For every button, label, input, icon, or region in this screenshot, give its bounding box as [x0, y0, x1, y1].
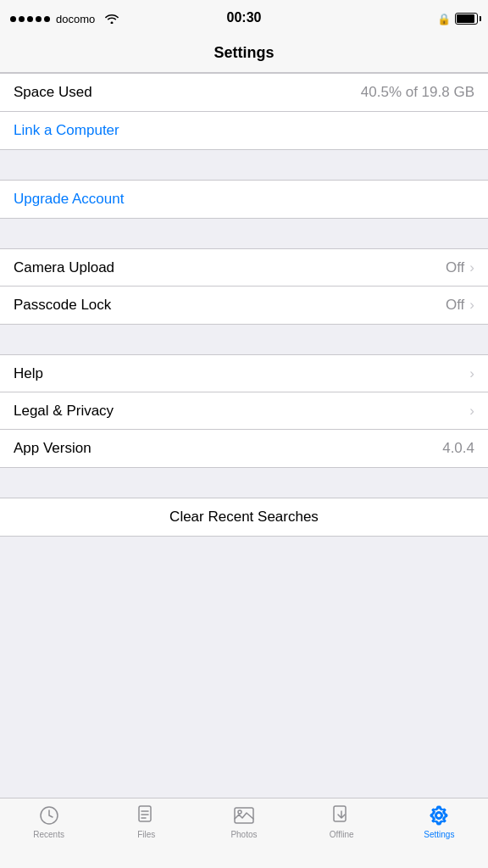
chevron-icon: ›: [469, 297, 474, 314]
settings-icon: [427, 804, 451, 827]
tab-settings[interactable]: Settings: [413, 804, 464, 839]
chevron-icon: ›: [469, 259, 474, 276]
tab-photos[interactable]: Photos: [219, 804, 269, 839]
help-row[interactable]: Help ›: [0, 355, 488, 392]
svg-rect-1: [139, 806, 151, 821]
tab-photos-label: Photos: [230, 830, 257, 839]
passcode-lock-row[interactable]: Passcode Lock Off ›: [0, 287, 488, 324]
page-title: Settings: [0, 37, 488, 73]
help-chevron: ›: [468, 365, 474, 382]
carrier-label: docomo: [56, 13, 95, 25]
signal-dot: [27, 16, 33, 22]
section-storage: Space Used 40.5% of 19.8 GB Link a Compu…: [0, 73, 488, 150]
help-label: Help: [14, 365, 43, 382]
legal-privacy-row[interactable]: Legal & Privacy ›: [0, 392, 488, 430]
section-gap-3: [0, 325, 488, 354]
wifi-icon: [102, 12, 119, 26]
svg-rect-4: [334, 806, 346, 821]
app-version-label: App Version: [14, 440, 92, 457]
upgrade-account-label: Upgrade Account: [14, 191, 124, 208]
tab-files-label: Files: [137, 830, 155, 839]
signal-dot: [44, 16, 50, 22]
tab-offline[interactable]: Offline: [316, 804, 367, 839]
tab-offline-label: Offline: [330, 830, 354, 839]
tab-bar: Recents Files Photos Of: [0, 798, 488, 868]
lock-icon: 🔒: [437, 13, 451, 25]
tab-files[interactable]: Files: [121, 804, 172, 839]
camera-upload-value: Off ›: [446, 259, 474, 276]
section-gap-4: [0, 468, 488, 498]
camera-upload-row[interactable]: Camera Upload Off ›: [0, 249, 488, 287]
status-right: 🔒: [437, 13, 478, 25]
signal-dots: [10, 16, 50, 22]
section-gap-2: [0, 219, 488, 248]
status-left: docomo: [10, 12, 119, 26]
signal-dot: [36, 16, 42, 22]
section-info: Help › Legal & Privacy › App Version 4.0…: [0, 354, 488, 468]
passcode-lock-label: Passcode Lock: [14, 297, 111, 314]
section-options: Camera Upload Off › Passcode Lock Off ›: [0, 248, 488, 325]
files-icon: [135, 804, 158, 827]
legal-privacy-chevron: ›: [468, 403, 474, 420]
app-version-row: App Version 4.0.4: [0, 430, 488, 467]
svg-point-3: [238, 810, 241, 814]
passcode-lock-value: Off ›: [446, 297, 474, 314]
tab-recents-label: Recents: [33, 830, 64, 839]
section-gap-1: [0, 150, 488, 180]
camera-upload-label: Camera Upload: [14, 259, 114, 276]
legal-privacy-label: Legal & Privacy: [14, 403, 114, 420]
battery-indicator: [455, 13, 478, 25]
tab-settings-label: Settings: [424, 830, 454, 839]
clear-recent-searches-button[interactable]: Clear Recent Searches: [0, 498, 488, 537]
space-used-label: Space Used: [14, 84, 92, 101]
tab-recents[interactable]: Recents: [24, 804, 75, 839]
status-time: 00:30: [227, 10, 262, 25]
upgrade-account-row[interactable]: Upgrade Account: [0, 181, 488, 218]
photos-icon: [232, 804, 256, 827]
main-content: Space Used 40.5% of 19.8 GB Link a Compu…: [0, 73, 488, 868]
recents-icon: [37, 804, 61, 827]
signal-dot: [10, 16, 16, 22]
link-computer-label: Link a Computer: [14, 122, 119, 139]
signal-dot: [19, 16, 25, 22]
chevron-icon: ›: [469, 403, 474, 420]
status-bar: docomo ﻿ 00:30 🔒: [0, 0, 488, 37]
app-version-value: 4.0.4: [442, 440, 474, 457]
link-computer-row[interactable]: Link a Computer: [0, 112, 488, 149]
space-used-row: Space Used 40.5% of 19.8 GB: [0, 74, 488, 112]
offline-icon: [330, 804, 353, 827]
section-upgrade: Upgrade Account: [0, 180, 488, 219]
battery-fill: [457, 14, 474, 23]
chevron-icon: ›: [469, 365, 474, 382]
space-used-value: 40.5% of 19.8 GB: [361, 84, 474, 101]
